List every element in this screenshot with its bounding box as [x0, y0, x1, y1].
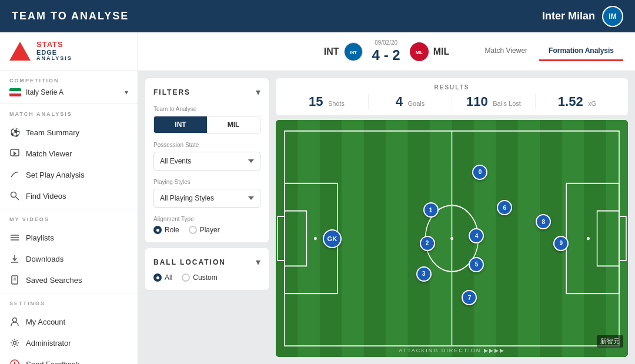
custom-option[interactable]: Custom [182, 273, 217, 282]
sidebar-item-match-viewer[interactable]: Match Viewer [0, 143, 138, 164]
player-radio-icon [189, 226, 197, 234]
sidebar-item-saved-searches[interactable]: Saved Searches [0, 269, 138, 290]
stat-shots: 15 Shots [285, 94, 369, 109]
search-icon [9, 191, 20, 201]
match-viewer-label: Match Viewer [26, 149, 72, 158]
team-filter-label: Team to Analyse [153, 106, 260, 112]
xg-label: xG [588, 100, 596, 107]
filters-ball-wrap: FILTERS ▾ Team to Analyse INT MIL Posses… [145, 78, 269, 357]
logo-stats: STATS [36, 41, 72, 49]
sidebar-item-account[interactable]: My Account [0, 311, 138, 332]
my-videos-section: MY VIDEOS Playlists Downloads Saved Sear… [0, 209, 138, 293]
tab-formation-analysis[interactable]: Formation Analysis [539, 42, 623, 61]
svg-point-3 [11, 192, 16, 198]
match-score: 4 - 2 [372, 47, 400, 64]
account-label: My Account [26, 318, 65, 326]
competition-label: COMPETITION [9, 78, 128, 84]
sidebar-item-playlists[interactable]: Playlists [0, 227, 138, 248]
xg-number: 1.52 [558, 94, 583, 109]
svg-point-12 [13, 318, 17, 322]
match-analysis-section: MATCH ANALYSIS ⚽ Team Summary Match View… [0, 104, 138, 209]
set-play-label: Set Play Analysis [26, 171, 85, 179]
filters-panel: FILTERS ▾ Team to Analyse INT MIL Posses… [145, 78, 269, 242]
player-0: 0 [472, 165, 487, 180]
possession-filter-group: Possession State All Events [153, 142, 260, 171]
filters-title: FILTERS [153, 88, 190, 96]
tab-match-viewer[interactable]: Match Viewer [476, 42, 537, 61]
feedback-icon [9, 359, 20, 364]
goals-number: 4 [396, 94, 403, 109]
all-radio-icon [153, 273, 162, 282]
match-score-area: INT INT 09/02/20 4 - 2 MIL MIL [324, 39, 449, 64]
header-right: Inter Milan IM [542, 6, 623, 27]
svg-point-36 [587, 237, 589, 241]
page-title: TEAM TO ANALYSE [12, 10, 129, 22]
role-option[interactable]: Role [153, 226, 179, 234]
stat-goals: 4 Goals [369, 94, 452, 109]
custom-label: Custom [193, 273, 217, 282]
team-name: Inter Milan [542, 10, 595, 22]
match-tabs: Match Viewer Formation Analysis [449, 42, 623, 61]
possession-dropdown[interactable]: All Events [153, 152, 260, 171]
watermark: 新智元 [597, 335, 623, 348]
player-5: 5 [469, 257, 484, 272]
possession-label: Possession State [153, 142, 260, 148]
role-label: Role [165, 226, 179, 234]
sidebar-item-team-summary[interactable]: ⚽ Team Summary [0, 122, 138, 143]
player-2: 2 [420, 236, 435, 251]
balls-lost-number: 110 [466, 94, 488, 109]
shots-label: Shots [328, 100, 345, 107]
playing-styles-group: Playing Styles All Playing Styles [153, 179, 260, 208]
bottom-content: FILTERS ▾ Team to Analyse INT MIL Posses… [138, 71, 635, 364]
sidebar-item-admin[interactable]: Administrator [0, 332, 138, 353]
milan-badge-icon: MIL [410, 42, 429, 61]
shots-number: 15 [309, 94, 323, 109]
settings-section: SETTINGS My Account Administrator Send F… [0, 293, 138, 364]
sidebar-item-set-play[interactable]: Set Play Analysis [0, 164, 138, 185]
sidebar-item-find-videos[interactable]: Find Videos [0, 185, 138, 206]
sidebar-item-downloads[interactable]: Downloads [0, 248, 138, 269]
playing-styles-label: Playing Styles [153, 179, 260, 185]
my-videos-label: MY VIDEOS [0, 216, 138, 222]
sidebar-item-feedback[interactable]: Send Feedback [0, 353, 138, 364]
team-btn-mil[interactable]: MIL [207, 116, 260, 133]
team-filter-group: Team to Analyse INT MIL [153, 106, 260, 133]
svg-point-29 [450, 237, 453, 241]
field-container: GK 0 1 6 8 2 4 9 3 [276, 120, 628, 357]
player-option[interactable]: Player [189, 226, 220, 234]
home-team-code: INT [324, 46, 339, 57]
ball-location-header: BALL LOCATION ▾ [153, 256, 260, 268]
score-box: 09/02/20 4 - 2 [372, 39, 400, 64]
away-team-code: MIL [433, 46, 450, 57]
competition-selector[interactable]: Italy Serie A ▾ [9, 88, 128, 96]
team-buttons: INT MIL [153, 116, 260, 133]
results-stats: 15 Shots 4 Goals 110 Balls Lost 1.52 [285, 94, 619, 109]
match-date: 09/02/20 [375, 39, 397, 46]
team-btn-int[interactable]: INT [154, 116, 207, 133]
all-option[interactable]: All [153, 273, 172, 282]
ball-location-title: BALL LOCATION [153, 258, 226, 266]
all-label: All [165, 273, 172, 282]
filters-header: FILTERS ▾ [153, 86, 260, 98]
player-1: 1 [423, 202, 439, 218]
player-goalie: GK [323, 229, 342, 248]
ball-location-collapse-icon[interactable]: ▾ [256, 256, 260, 268]
competition-section: COMPETITION Italy Serie A ▾ [0, 71, 138, 104]
feedback-label: Send Feedback [26, 360, 79, 364]
playlists-icon [9, 232, 20, 243]
svg-line-4 [16, 197, 19, 200]
filters-collapse-icon[interactable]: ▾ [256, 86, 260, 98]
playlists-label: Playlists [26, 233, 54, 242]
admin-label: Administrator [26, 339, 71, 348]
settings-label: SETTINGS [0, 300, 138, 306]
playing-styles-dropdown[interactable]: All Playing Styles [153, 189, 260, 208]
logo-analysis: ANALYSIS [36, 56, 72, 62]
svg-point-13 [14, 342, 16, 345]
player-3: 3 [416, 266, 432, 282]
away-team: MIL MIL [410, 42, 450, 61]
content-area: INT INT 09/02/20 4 - 2 MIL MIL [138, 32, 635, 364]
ball-location-radio-group: All Custom [153, 273, 260, 282]
top-header: TEAM TO ANALYSE Inter Milan IM [0, 0, 635, 32]
results-title: RESULTS [285, 84, 619, 91]
competition-name: Italy Serie A [26, 88, 120, 96]
